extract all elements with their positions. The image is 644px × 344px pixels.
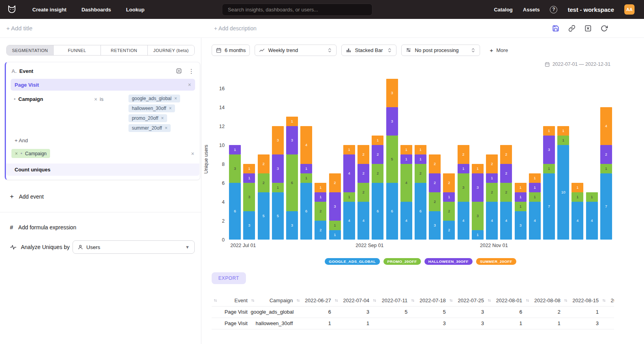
- legend-item-halloween_30off[interactable]: HALLOWEEN_30OFF: [424, 258, 473, 265]
- bar-segment-halloween_30off[interactable]: 3: [543, 136, 555, 164]
- bar-segment-summer_20off[interactable]: 2: [258, 154, 270, 173]
- bar-segment-halloween_30off[interactable]: 1: [243, 173, 255, 183]
- bar-2022-12-19[interactable]: 41: [586, 192, 598, 240]
- bar-segment-google_ads_global[interactable]: 6: [415, 183, 426, 240]
- filter-operator[interactable]: is: [100, 95, 103, 102]
- bar-segment-summer_20off[interactable]: 1: [415, 145, 426, 154]
- bar-segment-google_ads_global[interactable]: 1: [472, 230, 484, 240]
- bar-segment-summer_20off[interactable]: 2: [357, 145, 369, 164]
- nav-lookup[interactable]: Lookup: [126, 7, 145, 13]
- bar-segment-google_ads_global[interactable]: 10: [557, 145, 569, 240]
- filter-value-tag[interactable]: halloween_30off×: [128, 104, 175, 112]
- bar-segment-google_ads_global[interactable]: 7: [543, 173, 555, 240]
- bar-segment-promo_20off[interactable]: 3: [229, 154, 241, 183]
- bar-2022-09-26[interactable]: 6211: [415, 145, 426, 240]
- more-button[interactable]: + More: [490, 47, 508, 54]
- bar-segment-google_ads_global[interactable]: 4: [586, 202, 598, 240]
- post-processing-select[interactable]: No post processing: [401, 45, 480, 56]
- column-header-2022-08-22[interactable]: 2022-08-22: [600, 295, 614, 306]
- analyze-by-select[interactable]: Users ▼: [73, 240, 195, 254]
- add-event-button[interactable]: + Add event: [10, 193, 201, 201]
- help-icon[interactable]: ?: [550, 6, 557, 13]
- bar-segment-promo_20off[interactable]: 1: [329, 221, 341, 230]
- filter-property[interactable]: Campaign: [19, 96, 43, 102]
- bar-segment-halloween_30off[interactable]: 1: [400, 154, 412, 164]
- bar-segment-google_ads_global[interactable]: 3: [286, 211, 298, 240]
- bar-segment-google_ads_global[interactable]: 2: [443, 221, 455, 240]
- bar-segment-google_ads_global[interactable]: 4: [571, 202, 583, 240]
- bar-segment-promo_20off[interactable]: 3: [243, 183, 255, 211]
- bar-2022-10-03[interactable]: 3222: [429, 154, 441, 240]
- bar-segment-google_ads_global[interactable]: 5: [258, 192, 270, 240]
- bar-segment-promo_20off[interactable]: 2: [415, 164, 426, 183]
- bar-segment-summer_20off[interactable]: 1: [243, 164, 255, 173]
- column-header-2022-07-04[interactable]: 2022-07-04: [333, 295, 371, 306]
- bar-segment-google_ads_global[interactable]: 3: [243, 211, 255, 240]
- bar-2022-10-10[interactable]: 2212: [443, 173, 455, 240]
- bar-segment-halloween_30off[interactable]: 1: [415, 154, 426, 164]
- bar-segment-promo_20off[interactable]: 1: [343, 192, 355, 202]
- column-header-campaign[interactable]: Campaign: [249, 295, 294, 306]
- event-menu-icon[interactable]: ⋮: [188, 68, 194, 74]
- bar-segment-summer_20off[interactable]: 1: [557, 126, 569, 136]
- duplicate-plus-icon[interactable]: [176, 68, 182, 74]
- bar-segment-summer_20off[interactable]: 1: [543, 126, 555, 136]
- bar-segment-promo_20off[interactable]: 2: [357, 183, 369, 202]
- bar-segment-summer_20off[interactable]: 1: [529, 173, 541, 183]
- bar-segment-halloween_30off[interactable]: 2: [429, 173, 441, 192]
- add-and-condition[interactable]: + And: [15, 138, 195, 143]
- bar-segment-halloween_30off[interactable]: 4: [343, 154, 355, 192]
- bar-segment-summer_20off[interactable]: 2: [500, 145, 512, 164]
- bar-segment-halloween_30off[interactable]: 3: [272, 154, 284, 183]
- bar-segment-halloween_30off[interactable]: 1: [486, 173, 498, 183]
- bar-segment-promo_20off[interactable]: 1: [529, 192, 541, 202]
- bar-segment-promo_20off[interactable]: 2: [443, 202, 455, 221]
- bar-2022-08-01[interactable]: 6114: [300, 126, 312, 240]
- remove-filter-value-icon[interactable]: ×: [169, 106, 172, 111]
- filter-value-tag[interactable]: promo_20off×: [128, 114, 167, 122]
- bar-segment-promo_20off[interactable]: 2: [429, 192, 441, 211]
- remove-filter-icon[interactable]: ×: [94, 97, 97, 102]
- bar-2022-10-17[interactable]: 4312: [458, 145, 469, 240]
- bar-2022-11-14[interactable]: 3111: [515, 183, 527, 240]
- remove-event-icon[interactable]: ×: [188, 82, 191, 87]
- bar-2022-09-05[interactable]: 6221: [372, 136, 383, 240]
- bar-segment-halloween_30off[interactable]: 1: [300, 164, 312, 173]
- filter-value-tag[interactable]: google_ads_global×: [128, 95, 180, 102]
- bar-segment-promo_20off[interactable]: 4: [400, 164, 412, 202]
- save-button[interactable]: [552, 25, 559, 32]
- bar-segment-promo_20off[interactable]: 6: [286, 154, 298, 211]
- column-header-2022-08-08[interactable]: 2022-08-08: [524, 295, 562, 306]
- bar-2022-12-05[interactable]: 1011: [557, 126, 569, 240]
- bar-segment-summer_20off[interactable]: 1: [515, 183, 527, 192]
- bar-segment-google_ads_global[interactable]: 6: [386, 183, 398, 240]
- bar-segment-summer_20off[interactable]: 1: [343, 145, 355, 154]
- bar-segment-summer_20off[interactable]: 4: [300, 126, 312, 164]
- remove-breakdown-icon[interactable]: ×: [15, 151, 18, 156]
- bar-2022-08-08[interactable]: 2211: [315, 183, 326, 240]
- nav-dashboards[interactable]: Dashboards: [82, 7, 111, 13]
- bar-segment-promo_20off[interactable]: 1: [571, 192, 583, 202]
- bar-segment-google_ads_global[interactable]: 4: [500, 202, 512, 240]
- bar-segment-halloween_30off[interactable]: 1: [315, 192, 326, 202]
- bar-2022-08-22[interactable]: 4141: [343, 145, 355, 240]
- legend-item-summer_20off[interactable]: SUMMER_20OFF: [476, 258, 516, 265]
- bar-segment-promo_20off[interactable]: 1: [543, 164, 555, 173]
- tab-journey-beta-[interactable]: JOURNEY (beta): [148, 45, 194, 55]
- column-header-2022-07-18[interactable]: 2022-07-18: [409, 295, 447, 306]
- bar-segment-promo_20off[interactable]: 2: [372, 164, 383, 183]
- bar-2022-11-28[interactable]: 7131: [543, 126, 555, 240]
- bar-segment-summer_20off[interactable]: 3: [272, 126, 284, 154]
- bar-segment-halloween_30off[interactable]: 1: [229, 145, 241, 154]
- bar-segment-summer_20off[interactable]: 3: [386, 79, 398, 107]
- bar-segment-summer_20off[interactable]: 1: [571, 183, 583, 192]
- bar-2022-08-29[interactable]: 4222: [357, 145, 369, 240]
- bar-2022-07-11[interactable]: 522: [258, 154, 270, 240]
- bar-segment-promo_20off[interactable]: 1: [557, 136, 569, 145]
- bar-segment-google_ads_global[interactable]: 6: [300, 183, 312, 240]
- bar-segment-halloween_30off[interactable]: 3: [286, 126, 298, 154]
- bar-segment-promo_20off[interactable]: 5: [386, 136, 398, 183]
- column-header-event[interactable]: Event: [212, 295, 249, 306]
- bar-segment-google_ads_global[interactable]: 6: [229, 183, 241, 240]
- bar-2022-07-04[interactable]: 3311: [243, 164, 255, 240]
